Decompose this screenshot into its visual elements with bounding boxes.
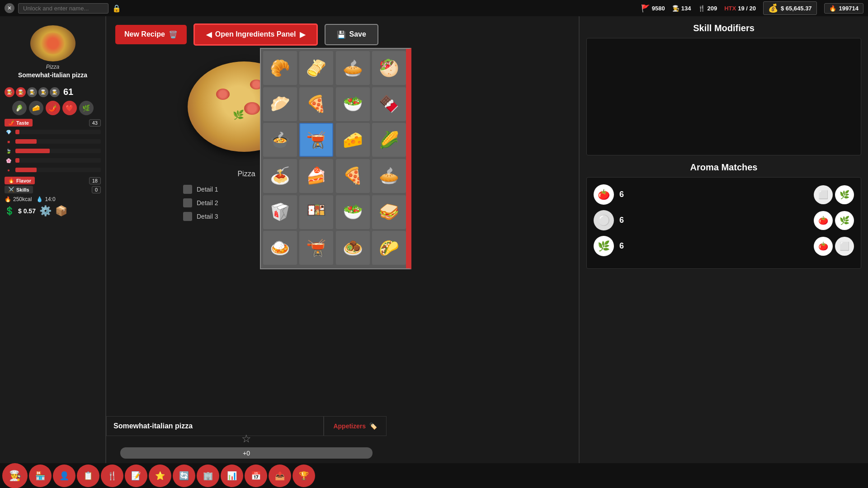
aroma-row-1: 🍅 6 ⬜ 🌿 bbox=[594, 184, 854, 205]
tools-icon: 🍴 bbox=[698, 5, 705, 12]
bar-fill-2 bbox=[15, 139, 37, 144]
ing-cell-1[interactable]: 🫔 bbox=[299, 51, 333, 85]
flag-stat: 🚩 9580 bbox=[641, 4, 665, 13]
taste-text: Taste bbox=[16, 120, 29, 126]
flag-value: 9580 bbox=[652, 5, 665, 12]
skill-modifiers-box bbox=[586, 38, 861, 155]
chef-stars-count: 61 bbox=[63, 87, 73, 97]
ing-cell-11[interactable]: 🌽 bbox=[372, 123, 406, 157]
currency-value: $ 65,645.37 bbox=[781, 5, 812, 12]
ing-cell-8[interactable]: 🍲 bbox=[263, 123, 297, 157]
save-label: Save bbox=[349, 30, 366, 38]
nav-dining-button[interactable]: 🍴 bbox=[101, 465, 123, 487]
nav-shop-button[interactable]: 🏪 bbox=[29, 465, 52, 487]
pizza-type-label: Pizza bbox=[46, 64, 59, 70]
bottom-nav: 👨‍🍳 🏪 👤 📋 🍴 📝 ⭐ 🔄 🏢 📊 📅 📤 🏆 bbox=[0, 463, 868, 488]
ing-cell-10[interactable]: 🧀 bbox=[336, 123, 370, 157]
nav-achievements-button[interactable]: 🏆 bbox=[292, 465, 315, 487]
category-label: Appetizers bbox=[333, 422, 366, 430]
lock-icon: 🔒 bbox=[112, 4, 121, 13]
ingredient-panel: 🥐 🫔 🥧 🥙 🥟 🍕 🥗 🍫 🍲 🫕 🧀 🌽 🍝 🍰 🍕 🥧 bbox=[260, 48, 411, 269]
nav-calendar-button[interactable]: 📅 bbox=[245, 465, 267, 487]
ing-cell-17[interactable]: 🍱 bbox=[299, 195, 333, 229]
nav-export-button[interactable]: 📤 bbox=[269, 465, 291, 487]
ing-cell-20[interactable]: 🍛 bbox=[263, 231, 297, 265]
price-value: $ 0.57 bbox=[18, 207, 36, 215]
ingredient-grid: 🥐 🫔 🥧 🥙 🥟 🍕 🥗 🍫 🍲 🫕 🧀 🌽 🍝 🍰 🍕 🥧 bbox=[261, 49, 410, 268]
points-value: 199714 bbox=[839, 5, 859, 12]
ing-cell-22[interactable]: 🧆 bbox=[336, 231, 370, 265]
taste-label: 🌶️ Taste bbox=[5, 119, 33, 127]
taste-bar-5: ● bbox=[5, 166, 101, 174]
ing-cell-13[interactable]: 🍰 bbox=[299, 159, 333, 193]
ing-cell-21[interactable]: 🫕 bbox=[299, 231, 333, 265]
pizza-thumbnail bbox=[30, 25, 75, 61]
ing-cell-4[interactable]: 🥟 bbox=[263, 87, 297, 121]
ing-cell-14[interactable]: 🍕 bbox=[336, 159, 370, 193]
nav-cooking-button[interactable]: 👨‍🍳 bbox=[2, 463, 28, 488]
ing-cell-9[interactable]: 🫕 bbox=[299, 123, 333, 157]
aroma-match-circles-3: 🍅 ⬜ bbox=[814, 237, 854, 256]
nav-menu-button[interactable]: 📋 bbox=[77, 465, 99, 487]
detail-checkbox-2[interactable] bbox=[183, 198, 192, 207]
chef-stars-row: 👨‍🍳 👨‍🍳 👨‍🍳 👨‍🍳 👨‍🍳 61 bbox=[5, 87, 101, 97]
nav-profile-button[interactable]: 👤 bbox=[53, 465, 75, 487]
ing-cell-19[interactable]: 🥪 bbox=[372, 195, 406, 229]
ing-cell-0[interactable]: 🥐 bbox=[263, 51, 297, 85]
right-panel: Skill Modifiers Aroma Matches 🍅 6 ⬜ 🌿 ⚪ … bbox=[579, 16, 868, 463]
aroma-matches-box: 🍅 6 ⬜ 🌿 ⚪ 6 🍅 🌿 🌿 6 🍅 ⬜ bbox=[586, 177, 861, 269]
save-button[interactable]: 💾 Save bbox=[325, 24, 378, 45]
level-value: 19 / 20 bbox=[738, 5, 756, 12]
open-ingredients-button[interactable]: ◀ Open Ingredients Panel ▶ bbox=[193, 23, 318, 46]
flavor-row: 🔥 Flavor 18 bbox=[5, 177, 101, 184]
nav-building-button[interactable]: 🏢 bbox=[197, 465, 219, 487]
recipe-name-input[interactable] bbox=[18, 3, 108, 14]
ingredient-icons: 🥬 🧀 🌶️ ❤️ 🌿 bbox=[5, 101, 101, 115]
ing-cell-18[interactable]: 🥗 bbox=[336, 195, 370, 229]
new-recipe-button[interactable]: New Recipe 🗑️ bbox=[115, 25, 187, 44]
nav-recipes-button[interactable]: 📝 bbox=[125, 465, 147, 487]
ing-cell-2[interactable]: 🥧 bbox=[336, 51, 370, 85]
storage-icon[interactable]: 📦 bbox=[55, 205, 67, 217]
bar-fill-5 bbox=[15, 168, 37, 172]
bar-track-5 bbox=[15, 168, 101, 172]
settings-icon[interactable]: ⚙️ bbox=[39, 205, 52, 217]
weight-value: 14:0 bbox=[45, 196, 55, 202]
aroma-match-1-1: ⬜ bbox=[814, 185, 833, 204]
top-bar-left: ✕ 🔒 bbox=[5, 3, 121, 14]
ing-cell-3[interactable]: 🥙 bbox=[372, 51, 406, 85]
nav-stats-button[interactable]: 📊 bbox=[221, 465, 243, 487]
nav-favorites-button[interactable]: ⭐ bbox=[149, 465, 171, 487]
skills-row: ⚔️ Skills 0 bbox=[5, 186, 101, 193]
flag-icon: 🚩 bbox=[641, 4, 650, 13]
ing-cell-5[interactable]: 🍕 bbox=[299, 87, 333, 121]
bar-track-1 bbox=[15, 130, 101, 134]
currency-display: 💰 $ 65,645.37 bbox=[763, 1, 817, 15]
skills-text: Skills bbox=[16, 187, 29, 192]
save-icon: 💾 bbox=[337, 30, 346, 39]
nav-exchange-button[interactable]: 🔄 bbox=[173, 465, 195, 487]
kcal-display: 🔥 250kcal bbox=[5, 196, 32, 202]
ing-cell-6[interactable]: 🥗 bbox=[336, 87, 370, 121]
ing-cell-7[interactable]: 🍫 bbox=[372, 87, 406, 121]
bar-track-2 bbox=[15, 139, 101, 144]
ing-cell-15[interactable]: 🥧 bbox=[372, 159, 406, 193]
top-bar: ✕ 🔒 🚩 9580 👨‍🍳 134 🍴 209 HTX 19 / 20 💰 $… bbox=[0, 0, 868, 16]
aroma-match-circles-1: ⬜ 🌿 bbox=[814, 185, 854, 204]
taste-icon: 🌶️ bbox=[8, 120, 14, 126]
pizza-preview: Pizza Somewhat-italian pizza bbox=[5, 21, 101, 83]
aroma-circle-1: 🍅 bbox=[594, 184, 614, 205]
ing-cell-23[interactable]: 🌮 bbox=[372, 231, 406, 265]
taste-bar-2: ■ bbox=[5, 137, 101, 145]
detail-checkbox-3[interactable] bbox=[183, 212, 192, 221]
ing-cell-16[interactable]: 🥡 bbox=[263, 195, 297, 229]
chef-star-5: 👨‍🍳 bbox=[50, 87, 60, 97]
detail-checkbox-1[interactable] bbox=[183, 185, 192, 194]
close-button[interactable]: ✕ bbox=[5, 3, 14, 13]
star-rating: ☆ bbox=[241, 432, 251, 445]
level-stat: HTX 19 / 20 bbox=[724, 5, 756, 12]
aroma-circle-2: ⚪ bbox=[594, 210, 614, 230]
taste-bars: 💎 ■ 🍃 🌸 bbox=[5, 128, 101, 174]
taste-row: 🌶️ Taste 43 bbox=[5, 119, 101, 127]
ing-cell-12[interactable]: 🍝 bbox=[263, 159, 297, 193]
